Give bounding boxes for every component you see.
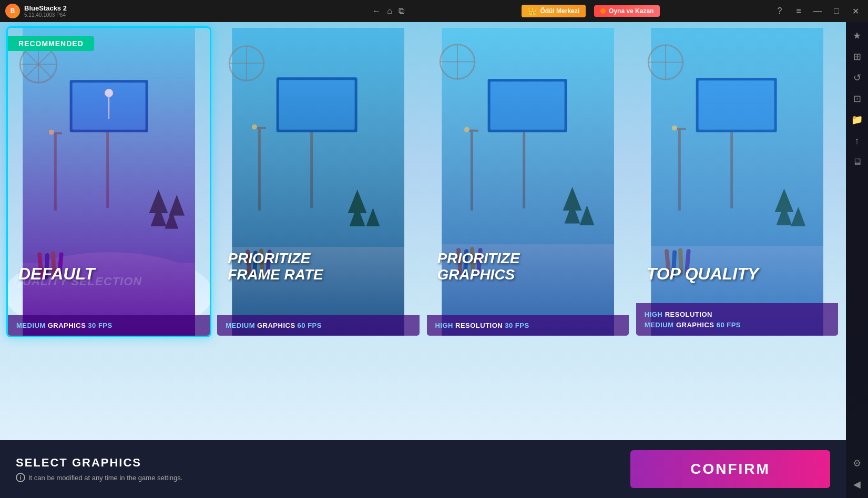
recommended-badge: RECOMMENDED <box>8 36 94 51</box>
sidebar-icon-settings[interactable]: ⚙ <box>847 454 866 473</box>
back-button[interactable]: ← <box>372 6 381 16</box>
close-button[interactable]: ✕ <box>847 4 864 18</box>
sidebar-icon-arrow[interactable]: ◀ <box>847 475 866 494</box>
spec-graphics: GRAPHICS <box>48 321 86 329</box>
svg-rect-47 <box>232 28 404 336</box>
titlebar: B BlueStacks 2 5.11.40.1003 P64 ← ⌂ ⧉ 👑 … <box>0 0 868 22</box>
reward-label: Ödül Merkezi <box>540 7 579 15</box>
select-graphics-info: SELECT GRAPHICS i It can be modified at … <box>16 456 630 482</box>
svg-rect-68 <box>442 28 614 336</box>
spec-medium2: MEDIUM <box>226 321 255 329</box>
card-default-bg: RECOMMENDED DEFAULT QUALITY SELECTION ME… <box>8 28 210 336</box>
info-icon: i <box>16 473 25 482</box>
card-graphics-scene <box>427 28 629 336</box>
home-button[interactable]: ⌂ <box>387 6 392 16</box>
card-framerate-title: PRIORITIZEFRAME RATE <box>228 251 409 283</box>
select-title: SELECT GRAPHICS <box>16 456 630 470</box>
select-description: i It can be modified at any time in the … <box>16 473 630 482</box>
card-topquality-scene <box>636 28 838 336</box>
spec-resolution: RESOLUTION <box>455 321 503 329</box>
app-logo: B <box>5 4 20 18</box>
sidebar-icon-monitor[interactable]: 🖥 <box>847 152 866 171</box>
svg-rect-26 <box>23 28 195 336</box>
card-topquality-bg: TOP QUALITY HIGH RESOLUTION MEDIUM GRAPH… <box>636 28 838 336</box>
cards-container: RECOMMENDED DEFAULT QUALITY SELECTION ME… <box>0 22 846 337</box>
spec-fps4: 60 FPS <box>717 321 741 329</box>
card-framerate[interactable]: PRIORITIZEFRAME RATE MEDIUM GRAPHICS 60 … <box>216 26 421 337</box>
titlebar-left: B BlueStacks 2 5.11.40.1003 P64 <box>0 4 366 18</box>
confirm-button[interactable]: CONFIRM <box>630 450 830 488</box>
card-default[interactable]: RECOMMENDED DEFAULT QUALITY SELECTION ME… <box>6 26 211 337</box>
card-default-specs: MEDIUM GRAPHICS 30 FPS <box>8 315 210 336</box>
sidebar-icon-upload[interactable]: ↑ <box>847 131 866 150</box>
dot-icon <box>600 8 606 14</box>
sidebar-icon-folder[interactable]: 📁 <box>847 110 866 129</box>
spec-fps3: 30 FPS <box>505 321 529 329</box>
spec-res2: RESOLUTION <box>665 310 712 318</box>
bottom-bar: SELECT GRAPHICS i It can be modified at … <box>0 440 846 498</box>
card-graphics[interactable]: PRIORITIZEGRAPHICS HIGH RESOLUTION 30 FP… <box>425 26 630 337</box>
app-version: 5.11.40.1003 P64 <box>24 12 67 18</box>
spec-graphics3: GRAPHICS <box>676 321 717 329</box>
titlebar-center: 👑 Ödül Merkezi Oyna ve Kazan <box>411 5 771 17</box>
card-framerate-scene <box>217 28 419 336</box>
sidebar-right: ★ ⊞ ↺ ⊡ 📁 ↑ 🖥 ⚙ ◀ <box>846 22 868 498</box>
sidebar-icon-camera[interactable]: ⊡ <box>847 89 866 108</box>
card-topquality-specs: HIGH RESOLUTION MEDIUM GRAPHICS 60 FPS <box>636 303 838 336</box>
spec-medium: MEDIUM <box>16 321 46 329</box>
play-label: Oyna ve Kazan <box>609 7 653 15</box>
card-framerate-specs: MEDIUM GRAPHICS 60 FPS <box>217 315 419 336</box>
help-button[interactable]: ? <box>771 4 788 18</box>
spec-high: HIGH <box>435 321 454 329</box>
app-name: BlueStacks 2 <box>24 4 67 12</box>
play-earn-button[interactable]: Oyna ve Kazan <box>594 5 660 17</box>
sidebar-icon-star[interactable]: ★ <box>847 26 866 45</box>
card-default-title: DEFAULT <box>18 265 199 283</box>
spec-graphics2: GRAPHICS <box>257 321 295 329</box>
copy-button[interactable]: ⧉ <box>399 6 404 16</box>
card-graphics-specs: HIGH RESOLUTION 30 FPS <box>427 315 629 336</box>
spec-medium3: MEDIUM <box>645 321 674 329</box>
card-framerate-bg: PRIORITIZEFRAME RATE MEDIUM GRAPHICS 60 … <box>217 28 419 336</box>
reward-center-button[interactable]: 👑 Ödül Merkezi <box>522 5 586 17</box>
svg-rect-89 <box>651 28 823 336</box>
spec-fps: 30 FPS <box>88 321 112 329</box>
maximize-button[interactable]: □ <box>828 4 845 18</box>
select-desc-text: It can be modified at any time in the ga… <box>28 474 182 482</box>
main-content: RECOMMENDED DEFAULT QUALITY SELECTION ME… <box>0 22 846 498</box>
sidebar-icon-grid[interactable]: ⊞ <box>847 47 866 66</box>
card-topquality-title: TOP QUALITY <box>647 265 828 283</box>
card-topquality[interactable]: TOP QUALITY HIGH RESOLUTION MEDIUM GRAPH… <box>635 26 840 337</box>
app-name-group: BlueStacks 2 5.11.40.1003 P64 <box>24 4 67 18</box>
titlebar-right: ? ≡ — □ ✕ <box>771 4 868 18</box>
sidebar-icon-refresh[interactable]: ↺ <box>847 68 866 87</box>
card-graphics-title: PRIORITIZEGRAPHICS <box>437 251 618 283</box>
spec-high2: HIGH <box>645 310 663 318</box>
crown-icon: 👑 <box>528 7 537 15</box>
minimize-button[interactable]: — <box>809 4 826 18</box>
settings-button[interactable]: ≡ <box>790 4 807 18</box>
titlebar-nav: ← ⌂ ⧉ <box>366 6 411 16</box>
spec-fps2: 60 FPS <box>298 321 322 329</box>
card-default-scene <box>8 28 210 336</box>
card-graphics-bg: PRIORITIZEGRAPHICS HIGH RESOLUTION 30 FP… <box>427 28 629 336</box>
